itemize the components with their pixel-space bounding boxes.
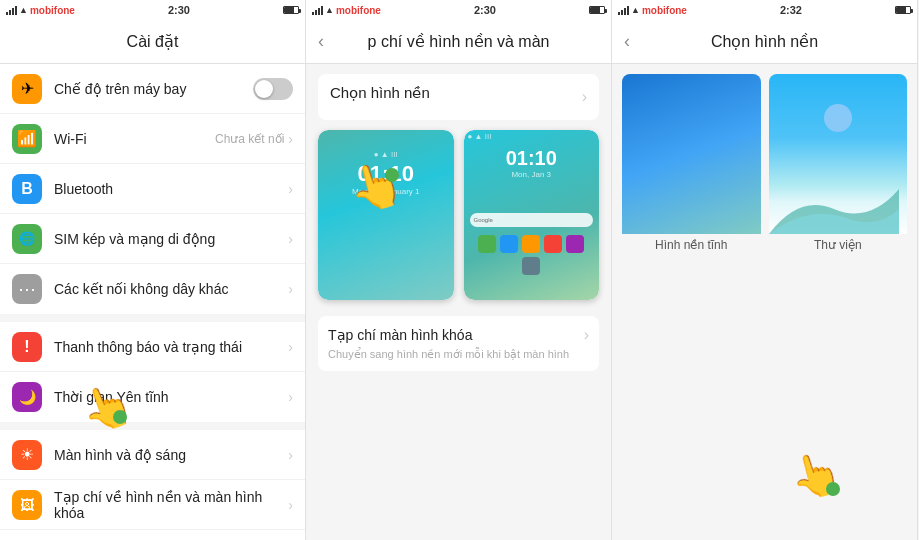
app-icon-1 xyxy=(478,235,496,253)
sim-icon: 🌐 xyxy=(12,224,42,254)
phone-lock-date: Monday, January 1 xyxy=(352,187,419,196)
green-dot-3 xyxy=(826,482,840,496)
quiet-label: Thời gian Yên tĩnh xyxy=(54,389,288,405)
connections-arrow: › xyxy=(288,281,293,297)
magazine-arrow: › xyxy=(584,326,589,344)
status-right-3 xyxy=(895,6,911,14)
settings-item-notification[interactable]: ! Thanh thông báo và trạng thái › xyxy=(0,322,305,372)
magazine-section[interactable]: Tạp chí màn hình khóa › Chuyển sang hình… xyxy=(318,316,599,371)
battery-icon-1 xyxy=(283,6,299,14)
google-text: Google xyxy=(474,217,493,223)
status-bar-3: ▲ mobifone 2:32 xyxy=(612,0,917,20)
settings-item-wifi[interactable]: 📶 Wi-Fi Chưa kết nối › xyxy=(0,114,305,164)
back-button-3[interactable]: ‹ xyxy=(624,31,630,52)
phone-search-bar: Google xyxy=(470,213,594,227)
carrier-logo-3: mobifone xyxy=(642,5,687,16)
bluetooth-label: Bluetooth xyxy=(54,181,288,197)
app-grid xyxy=(464,231,600,279)
settings-item-bluetooth[interactable]: B Bluetooth › xyxy=(0,164,305,214)
settings-section-3: ☀ Màn hình và độ sáng › 🖼 Tạp chí về hìn… xyxy=(0,430,305,540)
connections-label: Các kết nối không dây khác xyxy=(54,281,288,297)
app-icon-2 xyxy=(500,235,518,253)
wallpaper-settings-panel: ▲ mobifone 2:30 ‹ p chí về hình nền và m… xyxy=(306,0,612,540)
status-right-1 xyxy=(283,6,299,14)
library-wallpaper-preview xyxy=(769,74,908,234)
notification-icon: ! xyxy=(12,332,42,362)
settings-section-1: ✈ Chế độ trên máy bay 📶 Wi-Fi Chưa kết n… xyxy=(0,64,305,314)
settings-title: Cài đặt xyxy=(127,32,179,51)
wallpaper-header: ‹ p chí về hình nền và màn xyxy=(306,20,611,64)
choose-wp-header: ‹ Chọn hình nền xyxy=(612,20,917,64)
settings-item-sim[interactable]: 🌐 SIM kép và mạng di động › xyxy=(0,214,305,264)
settings-panel: ▲ mobifone 2:30 Cài đặt ✈ Chế độ trên má… xyxy=(0,0,306,540)
carrier-logo-2: mobifone xyxy=(336,5,381,16)
bluetooth-arrow: › xyxy=(288,181,293,197)
sim-arrow: › xyxy=(288,231,293,247)
bluetooth-icon: B xyxy=(12,174,42,204)
wifi-status-icon: ▲ xyxy=(19,5,28,15)
battery-icon-2 xyxy=(589,6,605,14)
choose-wallpaper-row[interactable]: Chọn hình nền › xyxy=(318,74,599,120)
wifi-status-icon-2: ▲ xyxy=(325,5,334,15)
app-icon-5 xyxy=(566,235,584,253)
phone-home-status: ● ▲ III xyxy=(464,130,600,143)
settings-item-quiet[interactable]: 🌙 Thời gian Yên tĩnh › 👆 xyxy=(0,372,305,422)
wifi-label: Wi-Fi xyxy=(54,131,215,147)
choose-wp-title: Chọn hình nền xyxy=(711,32,818,51)
signal-icon-2 xyxy=(312,5,323,15)
settings-item-screen[interactable]: ☀ Màn hình và độ sáng › xyxy=(0,430,305,480)
magazine-title: Tạp chí màn hình khóa xyxy=(328,327,584,343)
settings-item-airplane[interactable]: ✈ Chế độ trên máy bay xyxy=(0,64,305,114)
airplane-label: Chế độ trên máy bay xyxy=(54,81,253,97)
choose-wallpaper-panel: ▲ mobifone 2:32 ‹ Chọn hình nền Hình nền… xyxy=(612,0,918,540)
signal-icon xyxy=(6,5,17,15)
carrier-logo-1: mobifone xyxy=(30,5,75,16)
settings-section-2: ! Thanh thông báo và trạng thái › 🌙 Thời… xyxy=(0,322,305,422)
phone-home-time: 01:10 xyxy=(464,147,600,170)
wp-previews: ● ▲ III 01:10 Monday, January 1 ● ▲ III … xyxy=(318,130,599,300)
time-1: 2:30 xyxy=(168,4,190,16)
quiet-arrow: › xyxy=(288,389,293,405)
static-wallpaper-preview xyxy=(622,74,761,234)
time-2: 2:30 xyxy=(474,4,496,16)
phone-home-time-wrap: 01:10 Mon, Jan 3 xyxy=(464,143,600,183)
wp-option-library[interactable]: Thư viện 👆 xyxy=(769,74,908,530)
airplane-icon: ✈ xyxy=(12,74,42,104)
airplane-toggle[interactable] xyxy=(253,78,293,100)
screen-arrow: › xyxy=(288,447,293,463)
screen-label: Màn hình và độ sáng xyxy=(54,447,288,463)
phone-homescreen-mockup: ● ▲ III 01:10 Mon, Jan 3 Google xyxy=(464,130,600,300)
wallpaper-content: Chọn hình nền › ● ▲ III 01:10 Monday, Ja… xyxy=(306,64,611,540)
wallpaper-icon: 🖼 xyxy=(12,490,42,520)
settings-header: Cài đặt xyxy=(0,20,305,64)
wallpaper-options-grid: Hình nền tĩnh Thư viện 👆 xyxy=(612,64,917,540)
settings-item-sound[interactable]: 🔊 Âm thanh và rung › xyxy=(0,530,305,540)
screen-icon: ☀ xyxy=(12,440,42,470)
phone-status-bar-mock: ● ▲ III xyxy=(374,150,398,159)
settings-item-connections[interactable]: ⋯ Các kết nối không dây khác › xyxy=(0,264,305,314)
notification-arrow: › xyxy=(288,339,293,355)
status-bar-1: ▲ mobifone 2:30 xyxy=(0,0,305,20)
magazine-row: Tạp chí màn hình khóa › xyxy=(328,326,589,344)
choose-wallpaper-arrow: › xyxy=(582,88,587,106)
moon-shape xyxy=(824,104,852,132)
status-left-1: ▲ mobifone xyxy=(6,5,75,16)
quiet-icon: 🌙 xyxy=(12,382,42,412)
phone-lockscreen-mockup: ● ▲ III 01:10 Monday, January 1 xyxy=(318,130,454,300)
time-3: 2:32 xyxy=(780,4,802,16)
phone-home-date: Mon, Jan 3 xyxy=(464,170,600,179)
battery-icon-3 xyxy=(895,6,911,14)
back-button-2[interactable]: ‹ xyxy=(318,31,324,52)
green-dot-2 xyxy=(385,168,399,182)
app-icon-3 xyxy=(522,235,540,253)
notification-label: Thanh thông báo và trạng thái xyxy=(54,339,288,355)
wp-option-static[interactable]: Hình nền tĩnh xyxy=(622,74,761,530)
wp-preview-lock: ● ▲ III 01:10 Monday, January 1 xyxy=(318,130,454,300)
wallpaper-label: Tạp chí về hình nền và màn hình khóa xyxy=(54,489,288,521)
status-right-2 xyxy=(589,6,605,14)
app-icon-6 xyxy=(522,257,540,275)
sim-label: SIM kép và mạng di động xyxy=(54,231,288,247)
connections-icon: ⋯ xyxy=(12,274,42,304)
library-wallpaper-label: Thư viện xyxy=(769,234,908,256)
settings-item-wallpaper[interactable]: 🖼 Tạp chí về hình nền và màn hình khóa › xyxy=(0,480,305,530)
